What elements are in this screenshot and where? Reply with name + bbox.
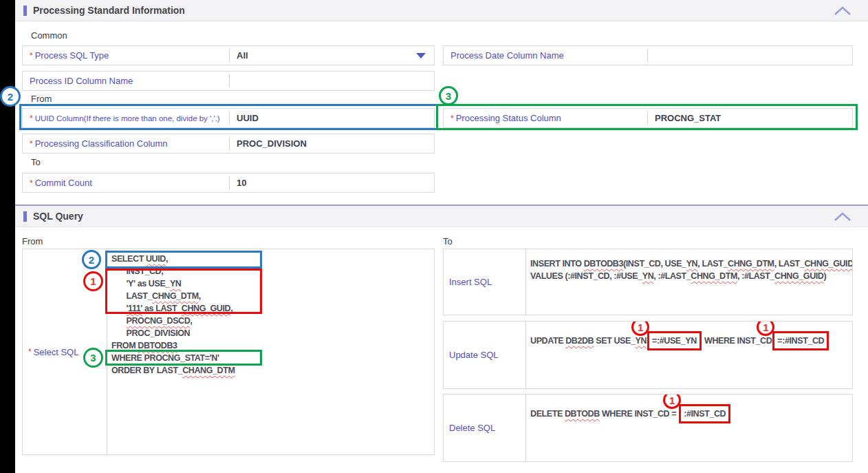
- field-label: *Process SQL Type: [23, 46, 229, 65]
- collapse-chevron-icon[interactable]: [834, 6, 851, 17]
- sql-token: [111, 316, 127, 326]
- dropdown-arrow-icon[interactable]: [416, 53, 426, 59]
- sql-line: INSERT INTO DBTODB3(INST_CD, USE_YN, LAS…: [530, 257, 852, 270]
- insert-sql-textarea[interactable]: INSERT INTO DBTODB3(INST_CD, USE_YN, LAS…: [526, 249, 852, 315]
- group-label-common: Common: [31, 30, 67, 41]
- collapse-chevron-icon[interactable]: [834, 211, 851, 222]
- sql-token: UPDATE: [530, 336, 565, 346]
- sql-token: CHANG_DTM: [182, 366, 235, 375]
- update-sql-textarea[interactable]: UPDATE DB2DB SET USE_YN=:#USE_YN1 WHERE …: [526, 322, 852, 388]
- sql-token: FROM: [111, 341, 138, 350]
- sql-line: PROC_DIVISION: [111, 327, 434, 339]
- sql-token: ,: [230, 304, 232, 313]
- field-label: Delete SQL: [444, 395, 525, 461]
- sql-line: UPDATE DB2DB SET USE_YN=:#USE_YN1 WHERE …: [530, 331, 852, 350]
- annotation-callout-1: 1: [757, 322, 774, 336]
- page: Processing Standard Information Common F…: [0, 0, 868, 473]
- process-sql-type-select[interactable]: All: [230, 46, 434, 65]
- sql-line: LAST_CHNG_DTM,: [111, 290, 434, 302]
- sql-token: , :#LAST_: [737, 271, 774, 281]
- sql-token: CHNG_GUID: [804, 259, 852, 269]
- field-label: *Commit Count: [23, 174, 229, 192]
- process-date-column-name-input[interactable]: [648, 46, 852, 65]
- required-marker: *: [28, 347, 32, 357]
- sql-token-highlight: =:#INST_CD1: [772, 331, 829, 350]
- sql-token: LAST_: [111, 291, 152, 301]
- sql-token: YN: [170, 279, 182, 288]
- sql-token: UUID: [146, 254, 166, 264]
- sql-line: DELETE DBTODB WHERE INST_CD = :#INST_CD1: [530, 404, 852, 423]
- sql-token: (INST_CD, USE_: [623, 259, 686, 269]
- sql-to-label: To: [443, 236, 453, 246]
- sql-token: ='N': [205, 353, 219, 363]
- section-processing-standard-header: Processing Standard Information: [15, 0, 868, 21]
- sql-token: , LAST_: [697, 259, 728, 269]
- uuid-column-input[interactable]: UUID: [230, 109, 434, 127]
- required-marker: *: [451, 114, 454, 123]
- section-sql-query-header: SQL Query: [15, 206, 868, 227]
- sql-line: VALUES (:#INST_CD, :#USE_YN, :#LAST_CHNG…: [530, 270, 852, 282]
- section-accent-bar: [23, 211, 27, 222]
- annotation-callout-1: 1: [663, 395, 681, 409]
- sql-token: DELETE: [530, 409, 565, 419]
- sql-line: INST_CD,: [111, 265, 434, 277]
- sql-token: SET USE_: [594, 336, 635, 346]
- sql-token: SELECT: [111, 254, 146, 264]
- section-title: SQL Query: [33, 211, 83, 222]
- processing-status-column-input[interactable]: PROCNG_STAT: [648, 109, 852, 127]
- annotation-callout-3: 3: [439, 86, 458, 105]
- sql-line: WHERE PROCNG_STAT='N': [111, 352, 434, 364]
- annotation-callout-1: 1: [631, 322, 649, 336]
- sql-token: , LAST_: [774, 259, 805, 269]
- sql-token: INSERT INTO: [530, 259, 584, 269]
- field-label: Insert SQL: [444, 249, 525, 315]
- sql-token: YN: [636, 336, 647, 346]
- sql-line: 'Y' as USE_YN: [111, 277, 434, 290]
- field-label: Update SQL: [444, 322, 525, 388]
- sql-token: CHNG_GUID: [774, 271, 823, 281]
- field-process-sql-type: *Process SQL Type All: [22, 45, 435, 65]
- field-label: Process Date Column Name: [444, 46, 647, 65]
- sql-token: PROCNG_DSCD: [127, 316, 191, 326]
- sql-line: FROM DBTODB3: [111, 339, 434, 352]
- section-title: Processing Standard Information: [33, 5, 185, 16]
- field-label: *Processing Status Column: [444, 109, 647, 127]
- process-id-column-name-input[interactable]: [230, 72, 434, 90]
- sql-token-highlight: =:#USE_YN1: [647, 331, 702, 350]
- required-marker: *: [30, 114, 33, 123]
- sql-token: ,: [199, 291, 201, 301]
- field-label: *Select SQL: [23, 249, 107, 454]
- sql-token: ): [823, 271, 826, 281]
- required-marker: *: [30, 178, 33, 188]
- sql-token: PROC_DIVISION: [111, 328, 190, 338]
- field-process-date-column-name: Process Date Column Name: [443, 45, 853, 65]
- sql-token: CHNG_DTM: [152, 291, 199, 301]
- sql-token: DBTODB3: [138, 341, 177, 350]
- field-process-id-column-name: Process ID Column Name: [22, 71, 435, 91]
- sql-line: ORDER BY LAST_CHANG_DTM: [111, 364, 434, 377]
- required-marker: *: [30, 139, 33, 149]
- field-uuid-column: *UUID Column(If there is more than one, …: [22, 108, 435, 128]
- field-delete-sql: Delete SQL DELETE DBTODB WHERE INST_CD =…: [443, 394, 853, 462]
- field-label: Process ID Column Name: [23, 72, 229, 90]
- sql-token: WHERE INST_CD: [702, 336, 772, 346]
- commit-count-input[interactable]: 10: [230, 174, 434, 192]
- sql-token: WHERE: [111, 353, 144, 363]
- processing-classification-column-input[interactable]: PROC_DIVISION: [230, 134, 434, 153]
- sql-line: PROCNG_DSCD,: [111, 315, 434, 327]
- select-sql-textarea[interactable]: SELECT UUID, INST_CD, 'Y' as USE_YN LAST…: [107, 249, 434, 454]
- field-processing-classification-column: *Processing Classification Column PROC_D…: [22, 134, 435, 154]
- sql-token: WHERE INST_CD =: [600, 409, 678, 419]
- required-marker: *: [30, 51, 33, 61]
- sql-token: '111': [127, 304, 142, 313]
- sql-line: '111' as LAST_CHNG_GUID,: [111, 302, 434, 315]
- field-update-sql: Update SQL UPDATE DB2DB SET USE_YN=:#USE…: [443, 321, 853, 389]
- sql-token: DBTODB: [565, 409, 600, 419]
- sql-line: SELECT UUID,: [111, 253, 434, 265]
- group-label-to: To: [31, 157, 41, 167]
- sql-from-label: From: [22, 236, 43, 246]
- field-select-sql: *Select SQL SELECT UUID, INST_CD, 'Y' as…: [22, 249, 435, 455]
- sql-token: YN: [642, 271, 654, 281]
- sql-token: as LAST_: [142, 304, 182, 313]
- delete-sql-textarea[interactable]: DELETE DBTODB WHERE INST_CD = :#INST_CD1: [526, 395, 852, 461]
